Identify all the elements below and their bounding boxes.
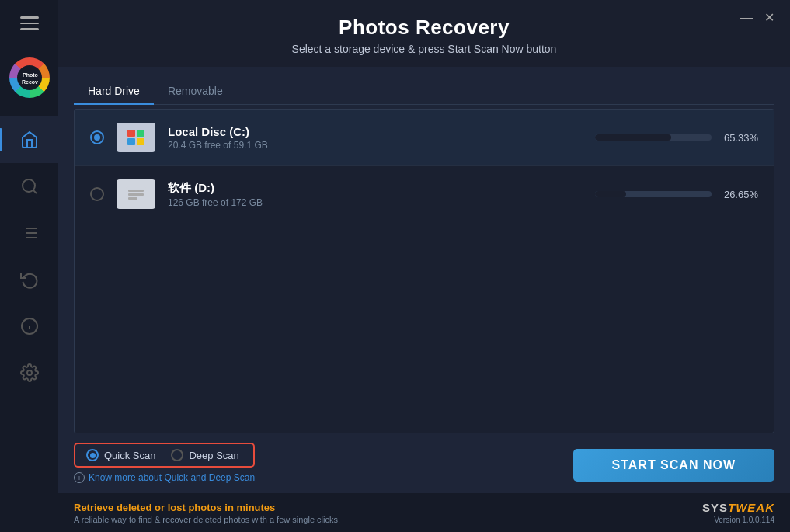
- menu-toggle[interactable]: [0, 0, 58, 47]
- quick-scan-radio[interactable]: [86, 449, 99, 461]
- svg-rect-16: [128, 193, 144, 196]
- usage-bar-d: [595, 191, 712, 197]
- page-title: Photos Recovery: [74, 16, 774, 40]
- bottom-bar: Quick Scan Deep Scan i Know more about Q…: [74, 433, 774, 493]
- drive-item-d[interactable]: 软件 (D:) 126 GB free of 172 GB 26.65%: [75, 166, 774, 222]
- info-circle-icon: i: [74, 472, 85, 483]
- header: — ✕ Photos Recovery Select a storage dev…: [58, 0, 790, 67]
- scan-options: Quick Scan Deep Scan: [74, 443, 255, 468]
- drive-usage-d: 26.65%: [595, 189, 758, 200]
- drive-tabs: Hard Drive Removable: [74, 78, 774, 105]
- svg-text:Photos: Photos: [23, 72, 38, 78]
- page-subtitle: Select a storage device & press Start Sc…: [74, 43, 774, 55]
- quick-scan-label: Quick Scan: [104, 450, 155, 461]
- sidebar-item-settings[interactable]: [0, 349, 58, 396]
- drive-list-container: Local Disc (C:) 20.4 GB free of 59.1 GB …: [74, 105, 774, 433]
- history-icon: [20, 270, 39, 289]
- close-button[interactable]: ✕: [764, 12, 774, 24]
- svg-rect-15: [128, 190, 144, 192]
- svg-rect-17: [128, 197, 137, 200]
- logo-circle: Photos Recovery: [9, 57, 50, 98]
- main-content: — ✕ Photos Recovery Select a storage dev…: [58, 0, 790, 532]
- tab-hard-drive[interactable]: Hard Drive: [74, 78, 154, 105]
- sidebar-item-info[interactable]: [0, 303, 58, 349]
- usage-bar-c: [595, 134, 712, 141]
- footer: Retrieve deleted or lost photos in minut…: [58, 493, 790, 532]
- deep-scan-label: Deep Scan: [189, 450, 238, 461]
- learn-more-link[interactable]: Know more about Quick and Deep Scan: [89, 472, 255, 483]
- drive-icon-c: [116, 121, 156, 154]
- usage-pct-c: 65.33%: [719, 132, 758, 144]
- home-icon: [20, 130, 39, 149]
- search-icon: [20, 177, 39, 196]
- minimize-button[interactable]: —: [740, 12, 753, 24]
- app-logo: Photos Recovery: [0, 47, 58, 109]
- deep-scan-option[interactable]: Deep Scan: [171, 449, 238, 461]
- usage-fill-d: [595, 191, 626, 197]
- sidebar-item-history[interactable]: [0, 256, 58, 303]
- drive-item-c[interactable]: Local Disc (C:) 20.4 GB free of 59.1 GB …: [75, 110, 774, 166]
- hdd-icon-c: [117, 123, 155, 152]
- brand-tweak: TWEAK: [728, 501, 774, 514]
- quick-scan-option[interactable]: Quick Scan: [86, 449, 155, 461]
- drive-name-c: Local Disc (C:): [168, 125, 583, 138]
- content-area: Hard Drive Removable: [58, 67, 790, 493]
- logo-inner-text: Photos Recovery: [17, 65, 42, 90]
- footer-promo-title: Retrieve deleted or lost photos in minut…: [74, 502, 340, 513]
- systweak-logo: SYSTWEAK: [702, 501, 774, 514]
- gear-icon: [20, 363, 39, 382]
- list-icon: [20, 224, 39, 242]
- sidebar-item-home[interactable]: [0, 116, 58, 163]
- brand-sys: SYS: [702, 501, 728, 514]
- svg-point-13: [27, 370, 32, 375]
- info-icon: [20, 317, 39, 336]
- drive-radio-d[interactable]: [90, 187, 104, 201]
- footer-brand: SYSTWEAK Version 1.0.0.114: [702, 501, 774, 524]
- drive-info-c: Local Disc (C:) 20.4 GB free of 59.1 GB: [168, 125, 583, 151]
- tab-removable[interactable]: Removable: [154, 78, 237, 105]
- svg-point-2: [23, 179, 35, 192]
- learn-more-row: i Know more about Quick and Deep Scan: [74, 472, 255, 487]
- deep-scan-radio[interactable]: [171, 449, 183, 461]
- sidebar-item-search[interactable]: [0, 163, 58, 210]
- drive-free-c: 20.4 GB free of 59.1 GB: [168, 140, 583, 151]
- svg-line-3: [33, 190, 36, 193]
- windows-logo: [127, 130, 144, 145]
- drive-list: Local Disc (C:) 20.4 GB free of 59.1 GB …: [74, 109, 774, 433]
- drive-icon-d: [116, 178, 156, 210]
- usage-pct-d: 26.65%: [719, 189, 758, 200]
- sidebar: Photos Recovery: [0, 0, 58, 532]
- start-scan-button[interactable]: START SCAN NOW: [573, 449, 774, 482]
- hdd-icon-d: [117, 179, 155, 209]
- usage-fill-c: [595, 134, 671, 141]
- drive-info-d: 软件 (D:) 126 GB free of 172 GB: [168, 181, 583, 208]
- hamburger-icon: [20, 16, 39, 30]
- footer-promo: Retrieve deleted or lost photos in minut…: [74, 502, 340, 524]
- svg-text:Recovery: Recovery: [22, 79, 38, 85]
- window-controls: — ✕: [740, 12, 774, 24]
- version-text: Version 1.0.0.114: [702, 516, 774, 524]
- sidebar-item-list[interactable]: [0, 210, 58, 256]
- sidebar-nav: [0, 116, 58, 532]
- footer-promo-desc: A reliable way to find & recover deleted…: [74, 515, 340, 524]
- drive-usage-c: 65.33%: [595, 132, 758, 144]
- drive-name-d: 软件 (D:): [168, 181, 583, 196]
- drive-free-d: 126 GB free of 172 GB: [168, 197, 583, 208]
- drive-radio-c[interactable]: [90, 130, 104, 144]
